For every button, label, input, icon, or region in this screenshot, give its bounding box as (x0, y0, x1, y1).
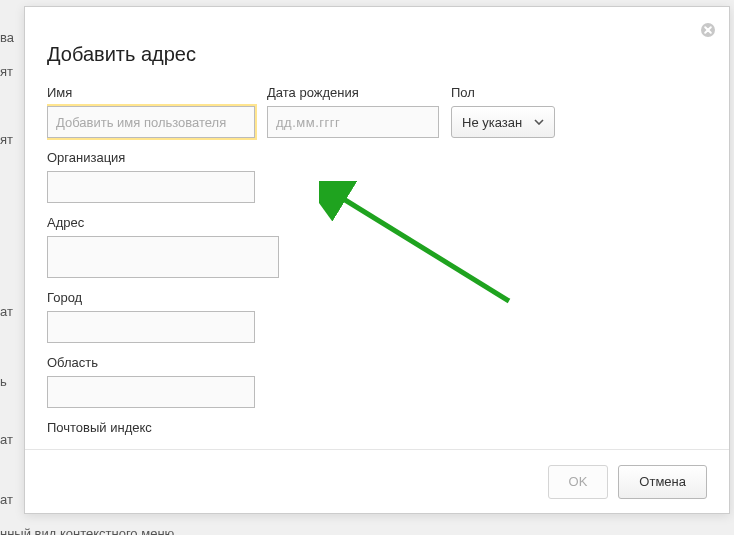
bg-fragment: ат (0, 490, 13, 510)
dob-label: Дата рождения (267, 85, 439, 100)
bg-fragment: ат (0, 430, 13, 450)
zip-label: Почтовый индекс (47, 420, 721, 435)
bg-fragment: ь (0, 372, 7, 392)
bg-fragment-bottom: нный вид контекстного меню (0, 524, 174, 535)
bg-fragment: ят (0, 130, 13, 150)
form-scroll-area[interactable]: Имя Дата рождения Пол Не указан Организа… (47, 85, 721, 437)
bg-fragment: ва (0, 28, 14, 48)
bg-fragment: ат (0, 302, 13, 322)
name-label: Имя (47, 85, 255, 100)
close-button[interactable] (699, 21, 717, 39)
city-input[interactable] (47, 311, 255, 343)
address-textarea[interactable] (47, 236, 279, 278)
gender-label: Пол (451, 85, 555, 100)
close-icon (700, 22, 716, 38)
add-address-modal: Добавить адрес Имя Дата рождения Пол Не … (24, 6, 730, 514)
gender-select-value: Не указан (462, 115, 522, 130)
chevron-down-icon (534, 119, 544, 125)
region-input[interactable] (47, 376, 255, 408)
org-label: Организация (47, 150, 721, 165)
bg-fragment: ят (0, 62, 13, 82)
ok-button[interactable]: OK (548, 465, 609, 499)
cancel-button[interactable]: Отмена (618, 465, 707, 499)
city-label: Город (47, 290, 721, 305)
modal-title: Добавить адрес (47, 43, 196, 66)
modal-footer: OK Отмена (25, 449, 729, 513)
org-input[interactable] (47, 171, 255, 203)
address-label: Адрес (47, 215, 721, 230)
region-label: Область (47, 355, 721, 370)
gender-select[interactable]: Не указан (451, 106, 555, 138)
dob-input[interactable] (267, 106, 439, 138)
name-input[interactable] (47, 106, 255, 138)
